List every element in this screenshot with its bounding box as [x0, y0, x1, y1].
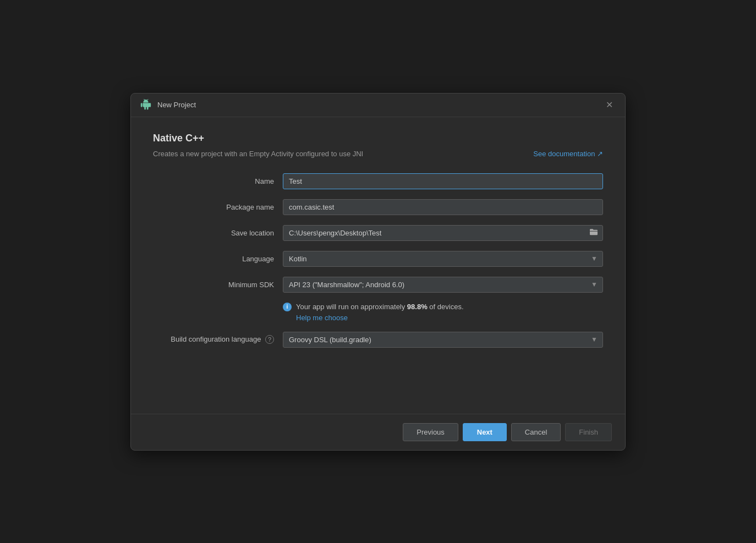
cancel-button[interactable]: Cancel: [511, 423, 561, 441]
build-config-select-wrapper: Groovy DSL (build.gradle) Kotlin DSL (bu…: [283, 332, 603, 348]
android-icon: [140, 99, 152, 111]
name-row: Name: [153, 173, 603, 189]
doc-link[interactable]: See documentation ↗: [533, 150, 603, 158]
package-name-label: Package name: [153, 203, 274, 211]
finish-button[interactable]: Finish: [565, 423, 612, 441]
dialog-title: New Project: [157, 101, 597, 109]
info-row: i Your app will run on approximately 98.…: [153, 303, 603, 322]
form-content: Native C++ Creates a new project with an…: [131, 117, 625, 414]
save-location-wrapper: [283, 225, 603, 241]
info-text-content: Your app will run on approximately 98.8%…: [296, 303, 464, 311]
build-config-label: Build configuration language ?: [153, 335, 274, 344]
close-button[interactable]: ✕: [602, 100, 616, 111]
save-location-input[interactable]: [283, 225, 603, 241]
folder-browse-button[interactable]: [588, 227, 600, 239]
section-description: Creates a new project with an Empty Acti…: [153, 150, 603, 158]
help-choose-link[interactable]: Help me choose: [296, 314, 603, 322]
next-button[interactable]: Next: [463, 423, 507, 441]
language-select[interactable]: Kotlin Java: [283, 251, 603, 267]
sdk-info-text: i Your app will run on approximately 98.…: [283, 303, 603, 311]
section-title: Native C++: [153, 133, 603, 144]
min-sdk-row: Minimum SDK API 23 ("Marshmallow"; Andro…: [153, 277, 603, 293]
name-label: Name: [153, 177, 274, 185]
min-sdk-select[interactable]: API 23 ("Marshmallow"; Android 6.0) API …: [283, 277, 603, 293]
package-name-row: Package name: [153, 199, 603, 215]
min-sdk-select-wrapper: API 23 ("Marshmallow"; Android 6.0) API …: [283, 277, 603, 293]
save-location-row: Save location: [153, 225, 603, 241]
title-bar: New Project ✕: [131, 94, 625, 117]
build-config-help-icon[interactable]: ?: [265, 335, 274, 344]
build-config-select[interactable]: Groovy DSL (build.gradle) Kotlin DSL (bu…: [283, 332, 603, 348]
min-sdk-label: Minimum SDK: [153, 281, 274, 289]
save-location-label: Save location: [153, 229, 274, 237]
info-icon: i: [283, 303, 292, 311]
package-name-input[interactable]: [283, 199, 603, 215]
new-project-dialog: New Project ✕ Native C++ Creates a new p…: [130, 93, 626, 451]
build-config-row: Build configuration language ? Groovy DS…: [153, 332, 603, 348]
language-row: Language Kotlin Java ▼: [153, 251, 603, 267]
previous-button[interactable]: Previous: [403, 423, 458, 441]
dialog-footer: Previous Next Cancel Finish: [131, 414, 625, 450]
name-input[interactable]: [283, 173, 603, 189]
language-select-wrapper: Kotlin Java ▼: [283, 251, 603, 267]
language-label: Language: [153, 255, 274, 263]
section-desc-text: Creates a new project with an Empty Acti…: [153, 150, 363, 158]
